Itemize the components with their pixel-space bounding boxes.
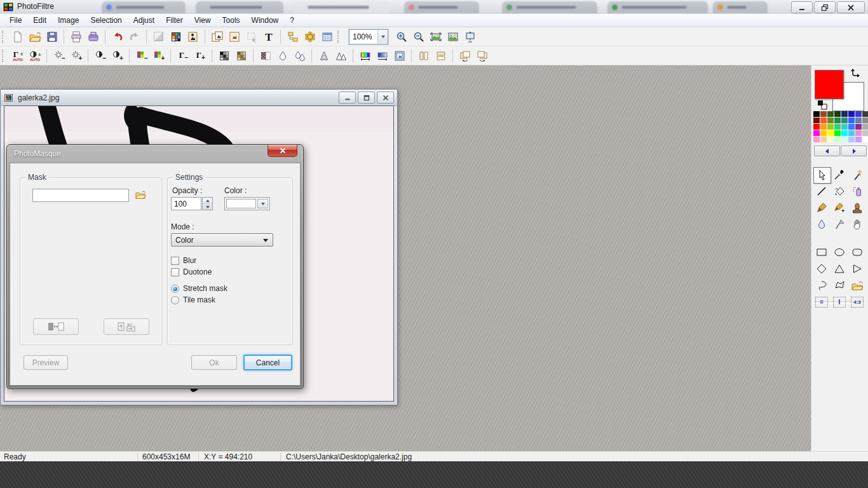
new-document-button[interactable]	[9, 29, 26, 45]
cancel-button[interactable]: Cancel	[243, 355, 292, 370]
mask-rotate-button[interactable]: 90°	[104, 318, 149, 335]
menu-item-edit[interactable]: Edit	[27, 15, 52, 26]
save-button[interactable]	[43, 29, 60, 45]
palette-swatch[interactable]	[848, 130, 855, 136]
image-minimize-button[interactable]	[339, 92, 356, 104]
palette-swatch[interactable]	[862, 137, 868, 142]
rotate-left-button[interactable]	[456, 48, 473, 64]
photomasque-dialog[interactable]: PhotoMasque Mask	[6, 144, 304, 389]
tile-mask-radio[interactable]	[171, 296, 179, 304]
undo-button[interactable]	[109, 29, 126, 45]
photomasque-button[interactable]	[391, 48, 408, 64]
app-restore-button[interactable]	[814, 1, 836, 13]
saturation-plus-button[interactable]: +	[150, 48, 167, 64]
smudge-tool[interactable]	[831, 217, 848, 232]
toolbar-drag-handle[interactable]	[2, 30, 6, 43]
stretch-mask-radio[interactable]	[171, 285, 179, 293]
explorer-tree-button[interactable]	[284, 29, 301, 45]
palette-swatch[interactable]	[841, 130, 848, 136]
palette-swatch[interactable]	[848, 111, 855, 117]
mask-negative-button[interactable]	[33, 318, 79, 335]
palette-next-button[interactable]	[841, 146, 867, 156]
palette-swatch[interactable]	[834, 137, 841, 142]
mode-select[interactable]: Color	[171, 233, 273, 247]
palette-previous-button[interactable]	[814, 146, 840, 156]
browse-mask-button[interactable]	[133, 189, 148, 201]
select-rectangle-tool[interactable]	[813, 245, 830, 260]
palette-swatch[interactable]	[848, 124, 855, 130]
contrast-minus-button[interactable]: −	[92, 48, 109, 64]
image-close-button[interactable]	[377, 92, 394, 104]
rotate-right-button[interactable]	[473, 48, 491, 64]
selection-option-2[interactable]: I	[831, 294, 848, 309]
dialog-titlebar[interactable]: PhotoMasque	[7, 145, 303, 163]
sepia-grid-button[interactable]	[233, 48, 250, 64]
halftone-button[interactable]	[257, 48, 274, 64]
color-dropdown-button[interactable]	[257, 199, 268, 208]
palette-swatch[interactable]	[841, 124, 848, 130]
app-close-button[interactable]	[837, 1, 865, 13]
palette-swatch[interactable]	[827, 124, 834, 130]
default-colors-icon[interactable]	[817, 100, 827, 110]
palette-swatch[interactable]	[827, 111, 834, 117]
contrast-plus-button[interactable]: +	[109, 48, 126, 64]
dialog-close-button[interactable]	[268, 145, 297, 157]
palette-swatch[interactable]	[813, 124, 820, 130]
scan-button[interactable]	[85, 29, 102, 45]
app-titlebar[interactable]: PhotoFiltre	[0, 0, 868, 15]
mask-path-input[interactable]	[32, 189, 129, 202]
menu-item-image[interactable]: Image	[52, 15, 85, 26]
palette-swatch[interactable]	[813, 118, 820, 123]
artistic-brush-tool[interactable]: +	[831, 200, 848, 215]
select-diamond-tool[interactable]	[813, 261, 830, 276]
palette-swatch[interactable]	[820, 118, 827, 123]
menu-item-file[interactable]: File	[4, 15, 27, 26]
browser-grid-button[interactable]	[318, 29, 336, 45]
fill-bucket-tool[interactable]	[831, 184, 848, 199]
menu-item-filter[interactable]: Filter	[160, 15, 189, 26]
palette-swatch[interactable]	[820, 137, 827, 142]
magic-wand-tool[interactable]	[849, 167, 865, 182]
sharpen-button[interactable]	[315, 48, 332, 64]
select-rounded-tool[interactable]	[849, 245, 865, 260]
hue-bar-button[interactable]	[356, 48, 374, 64]
palette-swatch[interactable]	[855, 118, 862, 123]
toolbar-drag-handle[interactable]	[337, 30, 342, 43]
palette-swatch[interactable]	[820, 111, 827, 117]
palette-swatch[interactable]	[862, 111, 868, 117]
paste-image-button[interactable]	[226, 29, 243, 45]
saturation-minus-button[interactable]: −	[133, 48, 150, 64]
swap-colors-icon[interactable]	[850, 68, 860, 78]
color-swatch[interactable]	[226, 199, 256, 208]
palette-swatch[interactable]	[834, 111, 841, 117]
load-selection-tool[interactable]	[849, 278, 865, 293]
palette-swatch[interactable]	[827, 137, 834, 142]
menu-item-[interactable]: ?	[284, 15, 300, 26]
redo-button[interactable]	[126, 29, 143, 45]
blur-more-button[interactable]	[291, 48, 308, 64]
palette-swatch[interactable]	[834, 124, 841, 130]
selection-option-1[interactable]: =	[813, 294, 830, 309]
color-grid-button[interactable]	[167, 29, 184, 45]
palette-swatch[interactable]	[848, 137, 855, 142]
select-ellipse-tool[interactable]	[831, 245, 848, 260]
sharpen-more-button[interactable]	[332, 48, 349, 64]
open-folder-button[interactable]	[26, 29, 43, 45]
toolbar-drag-handle[interactable]	[2, 50, 6, 62]
palette-swatch[interactable]	[855, 124, 862, 130]
grayscale-grid-button[interactable]	[215, 48, 233, 64]
zoom-dropdown-button[interactable]	[377, 30, 388, 43]
palette-swatch[interactable]	[862, 130, 868, 136]
airbrush-tool[interactable]	[849, 184, 865, 199]
image-restore-button[interactable]	[358, 92, 375, 104]
palette-swatch[interactable]	[848, 118, 855, 123]
gamma-minus-button[interactable]: Γ−	[174, 48, 191, 64]
select-triangle-tool[interactable]	[831, 261, 848, 276]
slideshow-button[interactable]	[461, 29, 478, 45]
blur-checkbox[interactable]	[171, 257, 179, 265]
preview-button[interactable]: Preview	[24, 355, 68, 370]
color-picker[interactable]	[224, 197, 270, 210]
menu-item-selection[interactable]: Selection	[85, 15, 127, 26]
brightness-plus-button[interactable]: +	[67, 48, 85, 64]
hand-tool[interactable]	[849, 217, 865, 232]
